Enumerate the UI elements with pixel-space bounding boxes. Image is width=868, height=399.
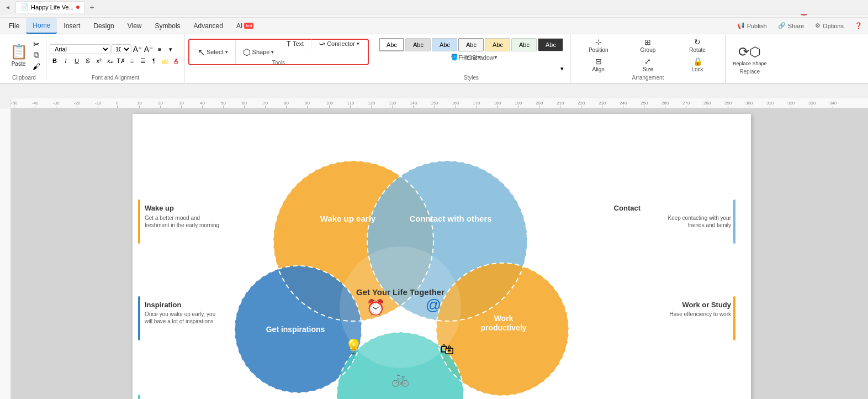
position-label: Position — [589, 47, 608, 53]
svg-text:freshment in the early morning: freshment in the early morning — [145, 222, 219, 228]
position-button[interactable]: ⊹ Position — [574, 36, 623, 54]
select-arrow-icon: ▾ — [225, 49, 228, 55]
menu-ai[interactable]: AI hot — [230, 18, 260, 34]
size-label: Size — [643, 66, 653, 72]
cut-button[interactable]: ✂ — [31, 39, 41, 49]
shadow-label: Shadow — [472, 54, 494, 61]
svg-text:Work: Work — [494, 314, 514, 323]
bold-button[interactable]: B — [50, 56, 60, 66]
replace-shape-icon: ⟳⬡ — [738, 44, 761, 60]
canvas[interactable]: Wake up Get a better mood and freshment … — [11, 108, 868, 399]
text-highlight-button[interactable]: ab — [160, 56, 170, 66]
arrangement-label: Arrangement — [632, 75, 664, 81]
size-button[interactable]: ⤢ Size — [624, 56, 673, 74]
group-button[interactable]: ⊞ Group — [624, 36, 673, 54]
lock-icon: 🔒 — [693, 57, 702, 66]
align-left-button[interactable]: ≡ — [155, 44, 165, 54]
menu-file[interactable]: File — [2, 18, 26, 34]
format-paint-button[interactable]: 🖌 — [31, 61, 41, 71]
italic-button[interactable]: I — [61, 56, 71, 66]
svg-text:will have a lot of inspiration: will have a lot of inspirations — [144, 318, 214, 324]
para-button[interactable]: ¶ — [149, 56, 159, 66]
tools-divider2 — [311, 38, 311, 49]
help-button[interactable]: ❓ — [851, 21, 866, 30]
superscript-button[interactable]: x² — [94, 56, 104, 66]
align-dropdown-button[interactable]: ▾ — [166, 44, 176, 54]
style-sample-6[interactable]: Abc — [538, 38, 563, 51]
size-icon: ⤢ — [644, 57, 651, 66]
format-controls: 🪣 Fill▾ ─ Line▾ ◻ Shadow▾ — [455, 53, 487, 62]
style-sample-1[interactable]: Abc — [405, 38, 431, 51]
underline-button[interactable]: U — [72, 56, 82, 66]
svg-text:⏰: ⏰ — [366, 298, 385, 317]
copy-button[interactable]: ⧉ — [31, 50, 41, 60]
strikethrough-button[interactable]: S — [83, 56, 93, 66]
svg-text:Conntact with others: Conntact with others — [409, 214, 491, 223]
styles-content: Abc Abc Abc Abc Abc Abc Abc 🪣 Fill▾ ─ Li… — [379, 36, 563, 64]
font-label: Font and Alignment — [92, 75, 139, 81]
shape-icon: ⬡ — [243, 47, 251, 57]
styles-expand-button[interactable]: ▾ — [557, 64, 567, 74]
style-sample-0[interactable]: Abc — [379, 38, 404, 51]
publish-button[interactable]: 📢 Publish — [734, 21, 770, 30]
tab-label: Happy Life Ve... — [31, 4, 74, 11]
svg-text:Wake up: Wake up — [145, 204, 174, 212]
bullets-button[interactable]: ≡ — [127, 56, 137, 66]
subscript-button[interactable]: x₂ — [105, 56, 115, 66]
align-icon: ⊟ — [595, 57, 602, 66]
svg-text:@: @ — [426, 296, 441, 313]
svg-text:Contact: Contact — [614, 204, 641, 212]
font-size-select[interactable]: 10 — [112, 44, 131, 54]
menu-home[interactable]: Home — [26, 18, 57, 34]
options-label: Options — [823, 23, 844, 29]
style-sample-5[interactable]: Abc — [511, 38, 537, 51]
svg-text:Get inspirations: Get inspirations — [266, 325, 325, 334]
style-sample-4[interactable]: Abc — [485, 38, 510, 51]
list-button[interactable]: ☰ — [138, 56, 148, 66]
menu-symbols[interactable]: Symbols — [149, 18, 187, 34]
styles-expand: ▾ — [375, 64, 567, 74]
tab-add-button[interactable]: + — [87, 2, 98, 13]
svg-rect-14 — [733, 200, 735, 244]
clear-format-button[interactable]: T✗ — [116, 56, 126, 66]
svg-rect-2 — [138, 200, 140, 244]
svg-text:🛍: 🛍 — [440, 341, 454, 358]
tab-nav-prev[interactable]: ◂ — [2, 2, 13, 13]
share-button[interactable]: 🔗 Share — [775, 21, 807, 30]
canvas-page: Wake up Get a better mood and freshment … — [133, 114, 751, 399]
font-group: Arial 10 A⁺ A⁻ ≡ ▾ B I U S x² x₂ T✗ ≡ ☰ — [46, 34, 185, 83]
font-family-select[interactable]: Arial — [50, 44, 110, 54]
tab-item-main[interactable]: 📄 Happy Life Ve... — [15, 1, 84, 13]
replace-shape-button[interactable]: ⟳⬡ Replace Shape — [731, 43, 769, 67]
shadow-button[interactable]: ◻ Shadow▾ — [477, 53, 487, 62]
style-sample-2[interactable]: Abc — [432, 38, 457, 51]
lock-button[interactable]: 🔒 Lock — [673, 56, 722, 74]
replace-shape-label: Replace Shape — [733, 61, 767, 66]
style-sample-3[interactable]: Abc — [458, 38, 484, 51]
connector-tool-button[interactable]: ⤻ Connector ▾ — [314, 36, 364, 51]
menu-advanced[interactable]: Advanced — [187, 18, 230, 34]
svg-rect-6 — [138, 296, 140, 340]
font-shrink-button[interactable]: A⁻ — [144, 44, 154, 54]
svg-text:Inspiration: Inspiration — [145, 301, 182, 309]
connector-arrow-icon: ▾ — [357, 41, 359, 46]
shape-tool-button[interactable]: ⬡ Shape ▾ — [238, 44, 279, 60]
connector-icon: ⤻ — [319, 39, 325, 48]
select-tool-button[interactable]: ↖ Select ▾ — [193, 44, 233, 60]
font-grow-button[interactable]: A⁺ — [133, 44, 142, 54]
font-color-button[interactable]: A — [171, 56, 181, 66]
text-tool-button[interactable]: T Text — [281, 36, 309, 51]
menu-bar: File Home Insert Design View Symbols Adv… — [0, 18, 868, 34]
tools-divider — [235, 41, 236, 63]
paste-button[interactable]: 📋 Paste — [7, 41, 30, 69]
menu-design[interactable]: Design — [87, 18, 120, 34]
replace-shape-group: ⟳⬡ Replace Shape Replace — [726, 34, 774, 83]
menu-view[interactable]: View — [121, 18, 149, 34]
styles-label: Styles — [464, 75, 479, 81]
svg-text:productively: productively — [480, 323, 526, 332]
rotate-button[interactable]: ↻ Rotate — [673, 36, 722, 54]
menu-insert[interactable]: Insert — [57, 18, 87, 34]
align-button[interactable]: ⊟ Align — [574, 56, 623, 74]
options-button[interactable]: ⚙ Options — [812, 21, 847, 30]
style-samples-grid: Abc Abc Abc Abc Abc Abc Abc — [379, 38, 563, 51]
